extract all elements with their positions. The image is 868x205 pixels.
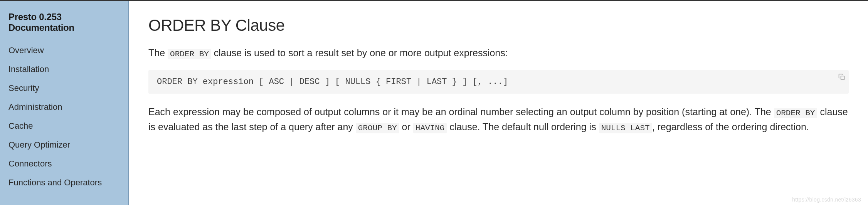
- body-text-5: , regardless of the ordering direction.: [652, 121, 809, 132]
- body-paragraph: Each expression may be composed of outpu…: [148, 104, 849, 135]
- svg-rect-0: [841, 76, 844, 79]
- code-having: HAVING: [413, 123, 447, 133]
- sidebar-item-security[interactable]: Security: [8, 79, 119, 97]
- code-nulls-last: NULLS LAST: [599, 123, 652, 133]
- sidebar-item-cache[interactable]: Cache: [8, 116, 119, 135]
- syntax-code-block: ORDER BY expression [ ASC | DESC ] [ NUL…: [148, 70, 849, 94]
- body-text-4: clause. The default null ordering is: [447, 121, 599, 132]
- code-order-by-2: ORDER BY: [774, 108, 818, 118]
- sidebar-nav: Presto 0.253 Documentation Overview Inst…: [0, 1, 129, 205]
- sidebar-item-installation[interactable]: Installation: [8, 60, 119, 79]
- body-text-3: or: [399, 121, 413, 132]
- code-order-by: ORDER BY: [168, 49, 211, 59]
- sidebar-item-functions-operators[interactable]: Functions and Operators: [8, 173, 119, 192]
- intro-text-suffix: clause is used to sort a result set by o…: [211, 47, 508, 58]
- sidebar-title[interactable]: Presto 0.253 Documentation: [8, 12, 119, 33]
- copy-icon[interactable]: [838, 73, 846, 81]
- code-group-by: GROUP BY: [356, 123, 399, 133]
- page-title: ORDER BY Clause: [148, 16, 849, 35]
- body-text-1: Each expression may be composed of outpu…: [148, 106, 774, 117]
- sidebar-item-overview[interactable]: Overview: [8, 41, 119, 60]
- watermark: https://blog.csdn.net/lz6363: [792, 197, 861, 203]
- sidebar-item-query-optimizer[interactable]: Query Optimizer: [8, 135, 119, 154]
- intro-text-prefix: The: [148, 47, 168, 58]
- main-content: ORDER BY Clause The ORDER BY clause is u…: [129, 1, 868, 205]
- sidebar-item-connectors[interactable]: Connectors: [8, 154, 119, 173]
- code-block-wrapper: ORDER BY expression [ ASC | DESC ] [ NUL…: [148, 70, 849, 94]
- intro-paragraph: The ORDER BY clause is used to sort a re…: [148, 45, 849, 61]
- sidebar-item-administration[interactable]: Administration: [8, 97, 119, 116]
